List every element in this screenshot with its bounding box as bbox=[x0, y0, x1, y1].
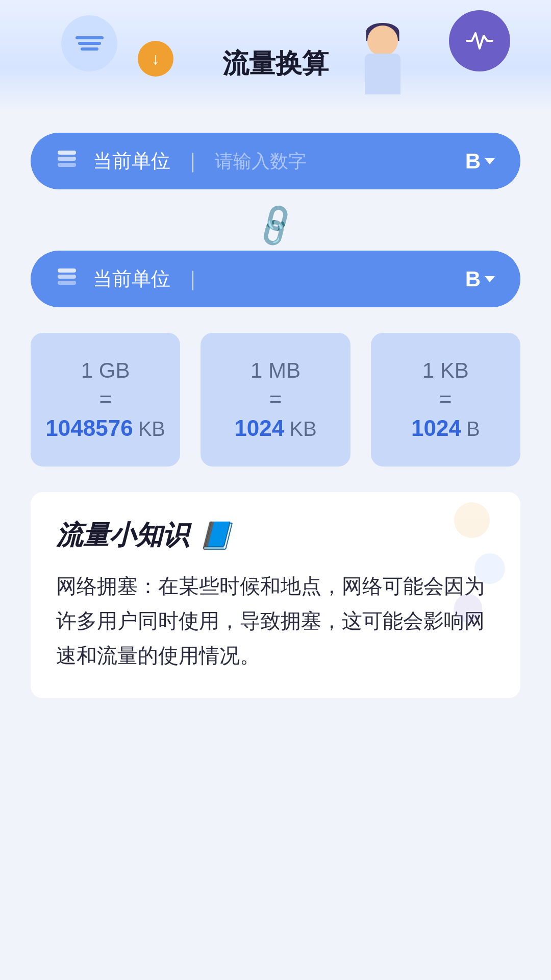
header: ↓ 流量换算 bbox=[0, 0, 551, 112]
input1-unit[interactable]: B bbox=[465, 149, 495, 174]
header-right-icon bbox=[449, 10, 510, 71]
header-left-icon bbox=[61, 15, 117, 71]
layers-icon-1 bbox=[56, 150, 78, 173]
person-torso bbox=[365, 54, 400, 94]
person-head bbox=[367, 26, 398, 56]
knowledge-decoration bbox=[454, 502, 505, 622]
conv-mb-unit: KB bbox=[289, 418, 316, 440]
unit1-dropdown-arrow bbox=[485, 158, 495, 164]
knowledge-title: 流量小知识 📘 bbox=[56, 518, 495, 553]
input1-label: 当前单位 bbox=[93, 148, 170, 174]
footer-space bbox=[31, 698, 520, 800]
svg-rect-0 bbox=[58, 151, 76, 155]
conversion-card-kb: 1 KB = 1024 B bbox=[371, 333, 520, 467]
conv-mb-equals: = bbox=[269, 387, 282, 411]
conv-mb-from: 1 MB bbox=[251, 358, 300, 383]
page-title: 流量换算 bbox=[222, 46, 329, 82]
knowledge-section: 流量小知识 📘 网络拥塞：在某些时候和地点，网络可能会因为许多用户同时使用，导致… bbox=[31, 492, 520, 698]
input2-divider: ｜ bbox=[183, 266, 202, 292]
conv-kb-value: 1024 bbox=[411, 415, 461, 441]
pulse-icon bbox=[464, 26, 495, 56]
wave-line-3 bbox=[81, 47, 98, 51]
wave-line-2 bbox=[78, 42, 101, 45]
input-card-2[interactable]: 当前单位 ｜ B bbox=[31, 251, 520, 307]
wave-icon bbox=[76, 36, 104, 51]
wave-line-1 bbox=[76, 36, 104, 39]
conv-mb-value: 1024 bbox=[234, 415, 284, 441]
conversion-card-mb: 1 MB = 1024 KB bbox=[201, 333, 350, 467]
input2-unit-label: B bbox=[465, 267, 481, 291]
conv-kb-unit: B bbox=[466, 418, 480, 440]
deco-purple-circle bbox=[454, 594, 482, 622]
person-body bbox=[337, 20, 429, 112]
conversion-section: 1 GB = 1048576 KB 1 MB = 1024 KB 1 KB = … bbox=[31, 333, 520, 467]
chain-link-icon: 🔗 bbox=[250, 200, 301, 251]
svg-rect-5 bbox=[58, 281, 76, 285]
conv-kb-from: 1 KB bbox=[422, 358, 469, 383]
header-orange-circle: ↓ bbox=[138, 41, 173, 77]
input2-unit[interactable]: B bbox=[465, 267, 495, 291]
conv-gb-equals: = bbox=[99, 387, 112, 411]
link-icon-container: 🔗 bbox=[31, 205, 520, 246]
input-card-1[interactable]: 当前单位 ｜ B bbox=[31, 133, 520, 189]
person-illustration bbox=[337, 20, 429, 112]
conv-gb-unit: KB bbox=[138, 418, 165, 440]
svg-rect-1 bbox=[58, 157, 76, 161]
unit2-dropdown-arrow bbox=[485, 276, 495, 282]
book-icon: 📘 bbox=[199, 520, 232, 551]
svg-rect-2 bbox=[58, 163, 76, 167]
knowledge-content: 网络拥塞：在某些时候和地点，网络可能会因为许多用户同时使用，导致拥塞，这可能会影… bbox=[56, 569, 495, 673]
conv-gb-value: 1048576 bbox=[45, 415, 133, 441]
deco-blue-circle bbox=[474, 553, 505, 584]
input1-field[interactable] bbox=[215, 151, 465, 172]
knowledge-title-text: 流量小知识 bbox=[56, 518, 189, 553]
input2-field[interactable] bbox=[215, 268, 465, 290]
input1-divider: ｜ bbox=[183, 148, 202, 174]
input2-label: 当前单位 bbox=[93, 266, 170, 292]
layers-icon-2 bbox=[56, 267, 78, 290]
svg-rect-3 bbox=[58, 268, 76, 273]
svg-rect-4 bbox=[58, 275, 76, 279]
conv-gb-from: 1 GB bbox=[81, 358, 130, 383]
deco-orange-circle bbox=[454, 502, 490, 538]
input1-unit-label: B bbox=[465, 149, 481, 174]
conv-kb-equals: = bbox=[439, 387, 452, 411]
main-content: 当前单位 ｜ B 🔗 当前单位 ｜ B 1 GB bbox=[0, 112, 551, 821]
conversion-card-gb: 1 GB = 1048576 KB bbox=[31, 333, 180, 467]
